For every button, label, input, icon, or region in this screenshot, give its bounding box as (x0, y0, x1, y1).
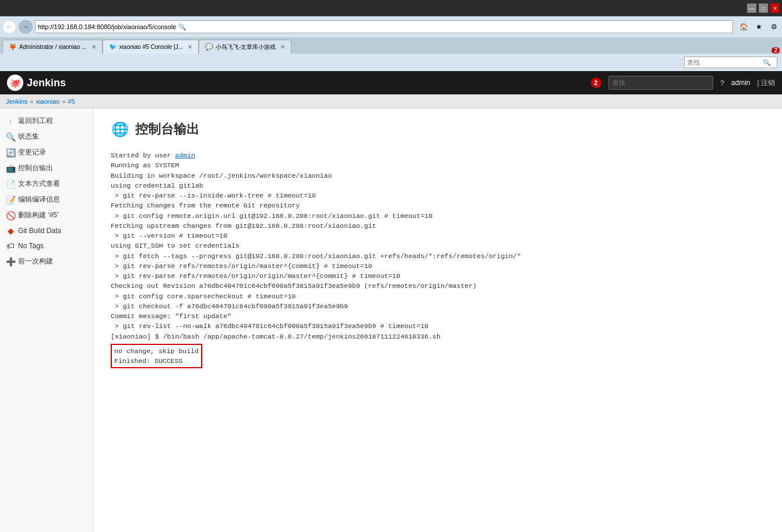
console-line-1: Building in workspace /root/.jenkins/wor… (111, 171, 765, 181)
console-line-5: > git config remote.origin.url git@192.1… (111, 211, 765, 221)
tab-game[interactable]: 💬 小鸟飞飞-文章库小游戏 ✕ (199, 40, 291, 54)
home-icon[interactable]: 🏠 (738, 21, 749, 33)
address-bar[interactable]: http://192.168.0.184:8080/job/xiaoniao/5… (35, 20, 733, 33)
tab-favicon-3: 💬 (205, 43, 213, 51)
delete-icon: 🚫 (6, 211, 15, 220)
console-line-14: > git checkout -f a76dbc404701c64cbf090a… (111, 301, 765, 311)
tab-close-3[interactable]: ✕ (280, 44, 285, 50)
browser-notification-badge: 2 (772, 47, 780, 54)
jenkins-search-input[interactable] (612, 79, 694, 86)
console-line-2: using credential gitlab (111, 181, 765, 191)
url-text: http://192.168.0.184:8080/job/xiaoniao/5… (38, 23, 176, 30)
main-layout: ↑ 返回到工程 🔍 状态集 🔄 变更记录 📺 控制台输出 📄 文本方式查看 📝 … (0, 108, 782, 532)
main-content: 🌐 控制台输出 Started by user admin Running as… (93, 108, 782, 532)
jenkins-logo: 🐙 Jenkins (7, 75, 66, 91)
sidebar-label-status: 状态集 (18, 132, 39, 142)
sidebar-label-prev: 前一次构建 (18, 256, 53, 266)
tab-console[interactable]: 🐦 xiaoniao #5 Console [J... ✕ (103, 40, 199, 54)
page-title-area: 🌐 控制台输出 (111, 120, 765, 139)
sidebar-item-delete-build[interactable]: 🚫 删除构建 '#5' (0, 207, 93, 223)
breadcrumb-xiaoniao[interactable]: xiaoniao (36, 98, 59, 105)
maximize-button[interactable]: □ (759, 3, 768, 13)
browser-search-box[interactable]: 🔍 (684, 57, 777, 68)
search-icon-nav: 🔍 (178, 23, 186, 31)
text-view-icon: 📄 (6, 179, 15, 189)
tab-favicon-1: 🦊 (9, 43, 17, 51)
console-no-change-line: no change, skip build (114, 346, 199, 356)
console-finished-line: Finished: SUCCESS (114, 356, 199, 366)
console-line-15: Commit message: "first update" (111, 311, 765, 321)
tab-label-2: xiaoniao #5 Console [J... (119, 44, 184, 50)
sidebar-label-git: Git Build Data (18, 227, 61, 235)
prev-icon: ➕ (6, 257, 15, 266)
back-button[interactable]: ← (2, 20, 16, 34)
admin-link[interactable]: admin (175, 152, 195, 159)
sidebar-item-console-output[interactable]: 📺 控制台输出 (0, 160, 93, 176)
jenkins-search-box[interactable] (608, 76, 713, 90)
jenkins-logo-icon: 🐙 (7, 75, 23, 91)
sidebar-item-changes[interactable]: 🔄 变更记录 (0, 145, 93, 160)
tab-close-1[interactable]: ✕ (91, 44, 96, 50)
jenkins-logout-button[interactable]: | 注销 (758, 78, 775, 88)
jenkins-logo-text: Jenkins (27, 77, 66, 89)
bookmark-icon[interactable]: ★ (753, 21, 765, 33)
breadcrumb-sep-2: » (62, 98, 65, 105)
console-line-10: > git rev-parse refs/remotes/origin/mast… (111, 261, 765, 271)
console-line-6: Fetching upstream changes from git@192.1… (111, 221, 765, 231)
console-output: Started by user admin Running as SYSTEM … (111, 150, 765, 368)
tab-label-1: Administrator / xiaoniao ... (19, 44, 87, 50)
breadcrumb-jenkins[interactable]: Jenkins (6, 98, 27, 105)
tab-favicon-2: 🐦 (109, 43, 117, 51)
console-line-17: [xiaoniao] $ /bin/bash /app/apache-tomca… (111, 332, 765, 341)
breadcrumb-build[interactable]: #5 (68, 98, 75, 105)
sidebar-label-edit: 编辑编译信息 (18, 195, 60, 205)
console-line-7: > git --version # timeout=10 (111, 231, 765, 241)
close-button[interactable]: ✕ (770, 3, 780, 13)
sidebar-label-text-view: 文本方式查看 (18, 179, 60, 189)
jenkins-user-label[interactable]: admin (731, 79, 751, 87)
sidebar-item-back-to-project[interactable]: ↑ 返回到工程 (0, 113, 93, 129)
browser-tabs: 🦊 Administrator / xiaoniao ... ✕ 🐦 xiaon… (0, 37, 782, 54)
tags-icon: 🏷 (6, 241, 15, 251)
browser-chrome: — □ ✕ ← → http://192.168.0.184:8080/job/… (0, 0, 782, 71)
settings-icon[interactable]: ⚙ (768, 21, 780, 33)
changes-icon: 🔄 (6, 148, 15, 157)
browser-toolbar-row: 🔍 (0, 54, 782, 71)
back-icon: ↑ (6, 117, 15, 126)
console-line-4: Fetching changes from the remote Git rep… (111, 200, 765, 210)
sidebar-label-changes: 变更记录 (18, 147, 46, 157)
sidebar: ↑ 返回到工程 🔍 状态集 🔄 变更记录 📺 控制台输出 📄 文本方式查看 📝 … (0, 108, 93, 532)
jenkins-header: 🐙 Jenkins 2 ? admin | 注销 (0, 71, 782, 94)
tab-close-2[interactable]: ✕ (188, 44, 192, 50)
page-title: 控制台输出 (135, 121, 199, 138)
sidebar-item-status[interactable]: 🔍 状态集 (0, 129, 93, 145)
console-icon: 📺 (6, 164, 15, 173)
browser-search-input[interactable] (687, 59, 763, 66)
sidebar-item-edit-build-info[interactable]: 📝 编辑编译信息 (0, 192, 93, 207)
tab-administrator[interactable]: 🦊 Administrator / xiaoniao ... ✕ (2, 40, 103, 54)
console-line-9: > git fetch --tags --progress git@192.16… (111, 251, 765, 261)
page-title-icon: 🌐 (111, 120, 129, 139)
console-line-11: > git rev-parse refs/remotes/origin/orig… (111, 271, 765, 281)
browser-search-icon: 🔍 (763, 59, 771, 66)
console-line-0: Running as SYSTEM (111, 160, 765, 170)
sidebar-label-delete: 删除构建 '#5' (18, 210, 58, 220)
sidebar-item-no-tags[interactable]: 🏷 No Tags (0, 238, 93, 253)
sidebar-label-back: 返回到工程 (18, 116, 53, 126)
jenkins-help-button[interactable]: ? (720, 79, 724, 87)
tab-label-3: 小鸟飞飞-文章库小游戏 (216, 43, 276, 51)
jenkins-notification-badge[interactable]: 2 (591, 77, 601, 88)
console-line-8: using GIT_SSH to set credentials (111, 241, 765, 251)
forward-button[interactable]: → (19, 20, 33, 34)
sidebar-item-git-build-data[interactable]: ◆ Git Build Data (0, 223, 93, 238)
browser-navbar: ← → http://192.168.0.184:8080/job/xiaoni… (0, 16, 782, 37)
sidebar-item-text-view[interactable]: 📄 文本方式查看 (0, 176, 93, 192)
console-highlight-block: no change, skip build Finished: SUCCESS (111, 344, 202, 369)
sidebar-label-console: 控制台输出 (18, 163, 53, 173)
browser-titlebar: — □ ✕ (0, 0, 782, 16)
console-line-3: > git rev-parse --is-inside-work-tree # … (111, 191, 765, 200)
minimize-button[interactable]: — (747, 3, 756, 13)
console-line-12: Checking out Revision a76dbc404701c64cbf… (111, 281, 765, 291)
sidebar-label-tags: No Tags (18, 242, 44, 250)
sidebar-item-prev-build[interactable]: ➕ 前一次构建 (0, 253, 93, 269)
